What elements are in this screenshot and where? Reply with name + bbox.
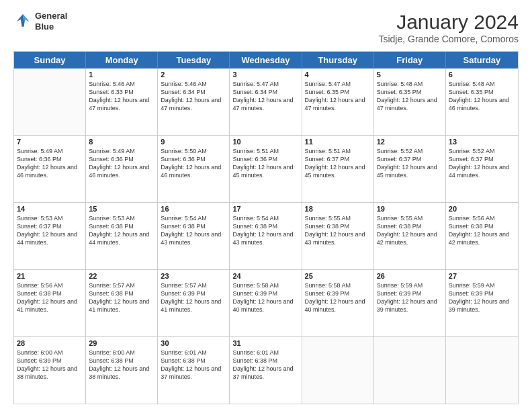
- svg-marker-1: [23, 14, 29, 21]
- day-number: 23: [161, 272, 226, 280]
- cal-cell: 1Sunrise: 5:46 AM Sunset: 6:33 PM Daylig…: [86, 68, 158, 135]
- cal-cell: 18Sunrise: 5:55 AM Sunset: 6:38 PM Dayli…: [302, 203, 374, 269]
- cell-info: Sunrise: 5:47 AM Sunset: 6:35 PM Dayligh…: [305, 80, 371, 113]
- logo-line1: General: [35, 11, 67, 21]
- cal-cell: 23Sunrise: 5:57 AM Sunset: 6:39 PM Dayli…: [158, 270, 230, 336]
- page: General Blue January 2024 Tsidje, Grande…: [0, 0, 532, 411]
- week-row-2: 14Sunrise: 5:53 AM Sunset: 6:37 PM Dayli…: [14, 203, 518, 270]
- day-number: 3: [232, 71, 298, 79]
- cal-cell: 27Sunrise: 5:59 AM Sunset: 6:39 PM Dayli…: [446, 270, 518, 336]
- cell-info: Sunrise: 5:55 AM Sunset: 6:38 PM Dayligh…: [305, 214, 371, 247]
- cell-info: Sunrise: 5:58 AM Sunset: 6:39 PM Dayligh…: [232, 281, 298, 314]
- day-number: 19: [377, 205, 443, 213]
- week-row-4: 28Sunrise: 6:00 AM Sunset: 6:39 PM Dayli…: [14, 337, 518, 404]
- cell-info: Sunrise: 5:55 AM Sunset: 6:38 PM Dayligh…: [377, 214, 443, 247]
- cal-cell: [14, 68, 86, 135]
- cell-info: Sunrise: 5:54 AM Sunset: 6:38 PM Dayligh…: [232, 214, 298, 247]
- cell-info: Sunrise: 5:59 AM Sunset: 6:39 PM Dayligh…: [449, 281, 515, 314]
- cell-info: Sunrise: 5:50 AM Sunset: 6:36 PM Dayligh…: [161, 147, 226, 180]
- day-number: 21: [17, 272, 83, 280]
- cell-info: Sunrise: 5:46 AM Sunset: 6:34 PM Dayligh…: [161, 80, 226, 113]
- cal-cell: 31Sunrise: 6:01 AM Sunset: 6:38 PM Dayli…: [230, 337, 302, 404]
- day-header-tuesday: Tuesday: [158, 52, 230, 68]
- day-number: 9: [161, 138, 226, 146]
- cal-cell: 11Sunrise: 5:51 AM Sunset: 6:37 PM Dayli…: [302, 136, 374, 202]
- cal-cell: 16Sunrise: 5:54 AM Sunset: 6:38 PM Dayli…: [158, 203, 230, 269]
- cal-cell: 5Sunrise: 5:48 AM Sunset: 6:35 PM Daylig…: [374, 68, 446, 135]
- cell-info: Sunrise: 5:49 AM Sunset: 6:36 PM Dayligh…: [17, 147, 83, 180]
- cal-cell: 10Sunrise: 5:51 AM Sunset: 6:36 PM Dayli…: [230, 136, 302, 202]
- cell-info: Sunrise: 5:53 AM Sunset: 6:38 PM Dayligh…: [89, 214, 154, 247]
- sub-title: Tsidje, Grande Comore, Comoros: [378, 34, 519, 44]
- cal-cell: [302, 337, 374, 404]
- cal-cell: [374, 337, 446, 404]
- day-number: 30: [161, 339, 226, 347]
- cell-info: Sunrise: 6:00 AM Sunset: 6:39 PM Dayligh…: [17, 349, 83, 381]
- logo-icon: [13, 12, 32, 31]
- cell-info: Sunrise: 5:56 AM Sunset: 6:38 PM Dayligh…: [449, 214, 515, 247]
- cal-cell: 3Sunrise: 5:47 AM Sunset: 6:34 PM Daylig…: [230, 68, 302, 135]
- calendar-header: SundayMondayTuesdayWednesdayThursdayFrid…: [14, 52, 518, 68]
- day-number: 5: [377, 71, 443, 79]
- cal-cell: 13Sunrise: 5:52 AM Sunset: 6:37 PM Dayli…: [446, 136, 518, 202]
- main-title: January 2024: [378, 11, 519, 34]
- cell-info: Sunrise: 5:57 AM Sunset: 6:39 PM Dayligh…: [161, 281, 226, 314]
- day-number: 25: [305, 272, 371, 280]
- day-number: 14: [17, 205, 83, 213]
- day-number: 4: [305, 71, 371, 79]
- cell-info: Sunrise: 6:01 AM Sunset: 6:38 PM Dayligh…: [232, 349, 298, 381]
- day-number: 24: [232, 272, 298, 280]
- cal-cell: 17Sunrise: 5:54 AM Sunset: 6:38 PM Dayli…: [230, 203, 302, 269]
- day-number: 28: [17, 339, 83, 347]
- cal-cell: 4Sunrise: 5:47 AM Sunset: 6:35 PM Daylig…: [302, 68, 374, 135]
- cal-cell: 12Sunrise: 5:52 AM Sunset: 6:37 PM Dayli…: [374, 136, 446, 202]
- week-row-1: 7Sunrise: 5:49 AM Sunset: 6:36 PM Daylig…: [14, 136, 518, 203]
- day-number: 10: [232, 138, 298, 146]
- day-header-saturday: Saturday: [446, 52, 518, 68]
- day-number: 11: [305, 138, 371, 146]
- cal-cell: 21Sunrise: 5:56 AM Sunset: 6:38 PM Dayli…: [14, 270, 86, 336]
- day-number: 15: [89, 205, 154, 213]
- day-number: 13: [449, 138, 515, 146]
- week-row-3: 21Sunrise: 5:56 AM Sunset: 6:38 PM Dayli…: [14, 270, 518, 337]
- logo-line2: Blue: [35, 21, 67, 32]
- cal-cell: [446, 337, 518, 404]
- cal-cell: 28Sunrise: 6:00 AM Sunset: 6:39 PM Dayli…: [14, 337, 86, 404]
- cal-cell: 14Sunrise: 5:53 AM Sunset: 6:37 PM Dayli…: [14, 203, 86, 269]
- week-row-0: 1Sunrise: 5:46 AM Sunset: 6:33 PM Daylig…: [14, 68, 518, 136]
- cell-info: Sunrise: 5:48 AM Sunset: 6:35 PM Dayligh…: [377, 80, 443, 113]
- day-header-thursday: Thursday: [302, 52, 374, 68]
- day-number: 20: [449, 205, 515, 213]
- cell-info: Sunrise: 5:48 AM Sunset: 6:35 PM Dayligh…: [449, 80, 515, 113]
- calendar-body: 1Sunrise: 5:46 AM Sunset: 6:33 PM Daylig…: [14, 68, 518, 404]
- cell-info: Sunrise: 5:52 AM Sunset: 6:37 PM Dayligh…: [449, 147, 515, 180]
- cal-cell: 30Sunrise: 6:01 AM Sunset: 6:38 PM Dayli…: [158, 337, 230, 404]
- cell-info: Sunrise: 5:58 AM Sunset: 6:39 PM Dayligh…: [305, 281, 371, 314]
- cal-cell: 22Sunrise: 5:57 AM Sunset: 6:38 PM Dayli…: [86, 270, 158, 336]
- cal-cell: 26Sunrise: 5:59 AM Sunset: 6:39 PM Dayli…: [374, 270, 446, 336]
- cal-cell: 25Sunrise: 5:58 AM Sunset: 6:39 PM Dayli…: [302, 270, 374, 336]
- cell-info: Sunrise: 5:49 AM Sunset: 6:36 PM Dayligh…: [89, 147, 154, 180]
- cal-cell: 24Sunrise: 5:58 AM Sunset: 6:39 PM Dayli…: [230, 270, 302, 336]
- title-block: January 2024 Tsidje, Grande Comore, Como…: [378, 11, 519, 44]
- cell-info: Sunrise: 5:46 AM Sunset: 6:33 PM Dayligh…: [89, 80, 154, 113]
- cal-cell: 15Sunrise: 5:53 AM Sunset: 6:38 PM Dayli…: [86, 203, 158, 269]
- cell-info: Sunrise: 6:01 AM Sunset: 6:38 PM Dayligh…: [161, 349, 226, 381]
- cal-cell: 2Sunrise: 5:46 AM Sunset: 6:34 PM Daylig…: [158, 68, 230, 135]
- day-number: 6: [449, 71, 515, 79]
- cal-cell: 6Sunrise: 5:48 AM Sunset: 6:35 PM Daylig…: [446, 68, 518, 135]
- calendar: SundayMondayTuesdayWednesdayThursdayFrid…: [13, 51, 519, 404]
- day-header-monday: Monday: [86, 52, 158, 68]
- day-number: 7: [17, 138, 83, 146]
- day-number: 16: [161, 205, 226, 213]
- header: General Blue January 2024 Tsidje, Grande…: [13, 11, 519, 44]
- cell-info: Sunrise: 5:51 AM Sunset: 6:36 PM Dayligh…: [232, 147, 298, 180]
- day-number: 22: [89, 272, 154, 280]
- day-header-wednesday: Wednesday: [230, 52, 302, 68]
- logo: General Blue: [13, 11, 67, 32]
- day-number: 31: [232, 339, 298, 347]
- cal-cell: 20Sunrise: 5:56 AM Sunset: 6:38 PM Dayli…: [446, 203, 518, 269]
- day-number: 26: [377, 272, 443, 280]
- cell-info: Sunrise: 5:47 AM Sunset: 6:34 PM Dayligh…: [232, 80, 298, 113]
- cell-info: Sunrise: 5:57 AM Sunset: 6:38 PM Dayligh…: [89, 281, 154, 314]
